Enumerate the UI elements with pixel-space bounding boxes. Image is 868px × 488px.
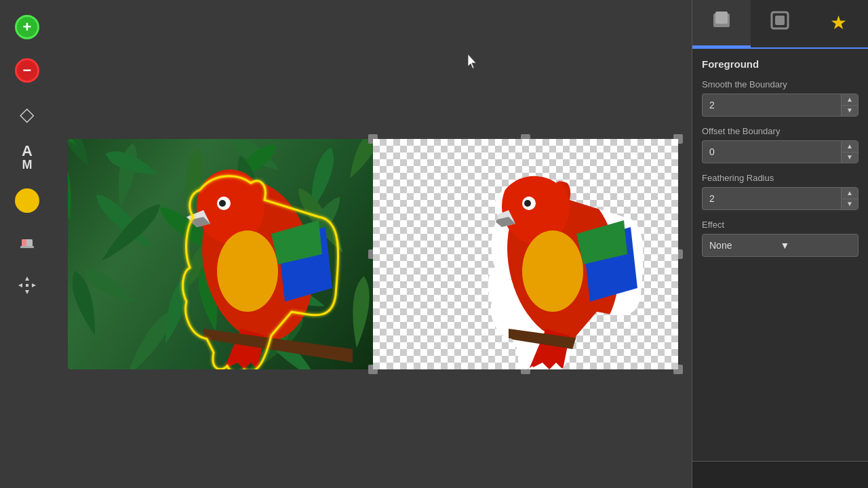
svg-marker-8 bbox=[468, 54, 476, 68]
section-foreground: Foreground bbox=[702, 58, 859, 70]
tab-effects[interactable]: ★ bbox=[810, 0, 868, 47]
panel-tabs: ★ bbox=[692, 0, 868, 49]
move-icon bbox=[17, 275, 37, 300]
smooth-boundary-up[interactable]: ▲ bbox=[842, 94, 858, 106]
tab-mask[interactable] bbox=[751, 0, 809, 47]
images-container bbox=[68, 139, 678, 369]
eraser2-tool-button[interactable] bbox=[7, 224, 47, 264]
offset-boundary-down[interactable]: ▼ bbox=[842, 152, 858, 163]
add-tool-button[interactable]: + bbox=[7, 7, 47, 47]
svg-marker-6 bbox=[32, 283, 36, 287]
offset-boundary-input[interactable] bbox=[702, 140, 841, 163]
svg-rect-12 bbox=[775, 16, 785, 25]
smooth-boundary-spinner: ▲ ▼ bbox=[841, 94, 859, 117]
eraser-tool-button[interactable]: ◇ bbox=[7, 94, 47, 134]
cursor bbox=[468, 54, 479, 70]
result-image-wrapper bbox=[373, 139, 678, 369]
right-panel: ★ Foreground Smooth the Boundary ▲ ▼ Off… bbox=[692, 0, 868, 488]
svg-marker-5 bbox=[18, 283, 22, 287]
toolbar: + − ◇ A M bbox=[0, 0, 54, 488]
offset-boundary-field: ▲ ▼ bbox=[702, 140, 859, 163]
smooth-boundary-down[interactable]: ▼ bbox=[842, 106, 858, 117]
remove-tool-button[interactable]: − bbox=[7, 50, 47, 91]
mask-icon bbox=[769, 9, 791, 36]
effect-dropdown-arrow: ▼ bbox=[781, 240, 852, 251]
eraser2-icon bbox=[18, 232, 37, 256]
feathering-radius-input[interactable] bbox=[702, 187, 841, 210]
move-tool-button[interactable] bbox=[7, 267, 47, 308]
offset-boundary-label: Offset the Boundary bbox=[702, 126, 859, 136]
feathering-radius-field: ▲ ▼ bbox=[702, 187, 859, 210]
feathering-radius-spinner: ▲ ▼ bbox=[841, 187, 859, 210]
smooth-boundary-input[interactable] bbox=[702, 94, 841, 117]
remove-icon: − bbox=[15, 58, 39, 83]
color-swatch-icon bbox=[15, 188, 39, 213]
feathering-radius-down[interactable]: ▼ bbox=[842, 199, 858, 210]
svg-marker-4 bbox=[25, 290, 29, 294]
layers-icon bbox=[711, 9, 732, 36]
tab-layers[interactable] bbox=[692, 0, 751, 47]
star-icon: ★ bbox=[830, 12, 847, 34]
smooth-boundary-label: Smooth the Boundary bbox=[702, 79, 859, 89]
add-icon: + bbox=[15, 15, 39, 39]
smooth-boundary-field: ▲ ▼ bbox=[702, 94, 859, 117]
panel-bottom bbox=[692, 461, 868, 488]
color-tool-button[interactable] bbox=[7, 180, 47, 221]
feathering-radius-up[interactable]: ▲ bbox=[842, 188, 858, 199]
result-image[interactable] bbox=[373, 139, 678, 369]
offset-boundary-up[interactable]: ▲ bbox=[842, 141, 858, 152]
feathering-radius-label: Feathering Radius bbox=[702, 173, 859, 183]
eraser-icon: ◇ bbox=[20, 103, 35, 125]
am-icon: A M bbox=[22, 144, 33, 171]
effect-label: Effect bbox=[702, 220, 859, 230]
panel-content: Foreground Smooth the Boundary ▲ ▼ Offse… bbox=[692, 49, 868, 461]
svg-rect-2 bbox=[20, 246, 34, 248]
text-tool-button[interactable]: A M bbox=[7, 137, 47, 178]
effect-value: None bbox=[709, 240, 781, 251]
source-image[interactable] bbox=[68, 139, 373, 369]
svg-rect-7 bbox=[26, 284, 28, 287]
effect-dropdown[interactable]: None ▼ bbox=[702, 234, 859, 257]
svg-rect-10 bbox=[715, 12, 728, 24]
offset-boundary-spinner: ▲ ▼ bbox=[841, 140, 859, 163]
svg-marker-3 bbox=[25, 277, 29, 281]
canvas-area[interactable] bbox=[54, 0, 692, 488]
